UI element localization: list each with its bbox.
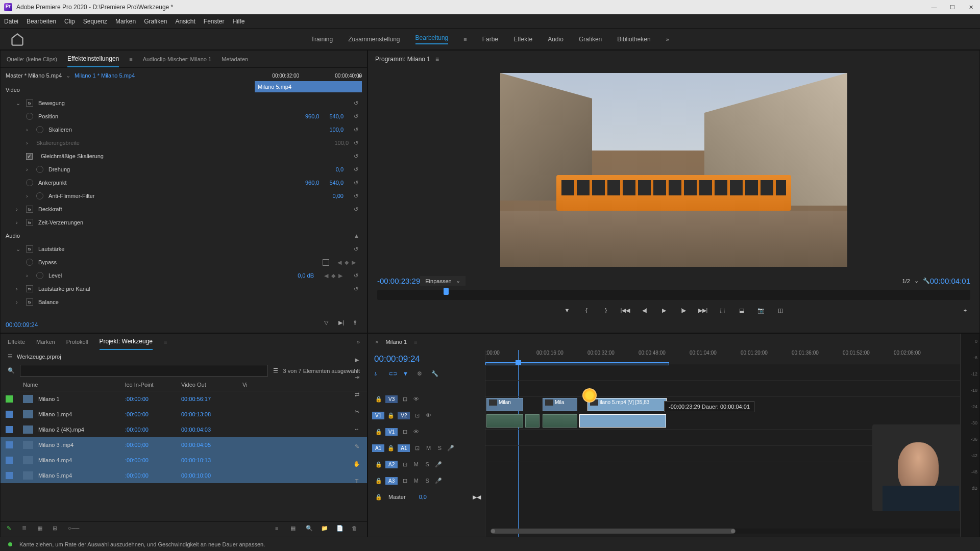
project-item[interactable]: Milano 1.mp4:00:00:0000:00:13:08 bbox=[1, 407, 367, 422]
reset-icon[interactable]: ↺ bbox=[354, 127, 362, 133]
stopwatch-icon[interactable] bbox=[36, 166, 43, 173]
slip-tool-icon[interactable]: ↔ bbox=[351, 423, 362, 435]
project-tree-icon[interactable]: ☰ bbox=[8, 353, 13, 360]
wrench-icon[interactable]: 🔧 bbox=[431, 370, 440, 380]
home-icon[interactable] bbox=[10, 32, 24, 46]
export-frame-icon[interactable]: 📷 bbox=[756, 305, 766, 315]
chevron-down-icon[interactable]: ⌄ bbox=[66, 72, 70, 79]
position-y[interactable]: 540,0 bbox=[329, 113, 344, 119]
icon-view-icon[interactable]: ▦ bbox=[37, 525, 46, 534]
ws-graphics[interactable]: Grafiken bbox=[579, 36, 602, 43]
antiflicker-value[interactable]: 0,00 bbox=[333, 193, 344, 199]
play-only-icon[interactable]: ▶| bbox=[338, 319, 348, 329]
maximize-button[interactable]: ☐ bbox=[947, 2, 958, 12]
play-icon[interactable]: ▶ bbox=[659, 305, 669, 315]
expand-icon[interactable]: ⌄ bbox=[16, 100, 21, 107]
minimize-button[interactable]: — bbox=[929, 2, 939, 12]
item-out[interactable]: 00:00:04:05 bbox=[181, 442, 242, 448]
col-name[interactable]: Name bbox=[23, 382, 125, 388]
list-view-icon[interactable]: ☰ bbox=[273, 367, 278, 374]
tab-audio-mixer[interactable]: Audioclip-Mischer: Milano 1 bbox=[143, 56, 212, 62]
zoom-dropdown[interactable]: 1/2 bbox=[902, 278, 910, 284]
go-to-out-icon[interactable]: ▶▶| bbox=[698, 305, 708, 315]
project-item[interactable]: Milano 2 (4K).mp4:00:00:0000:00:04:03 bbox=[1, 422, 367, 437]
reset-icon[interactable]: ↺ bbox=[354, 272, 362, 279]
reset-icon[interactable]: ↺ bbox=[354, 166, 362, 173]
menu-clip[interactable]: Clip bbox=[64, 18, 75, 25]
tab-marken[interactable]: Marken bbox=[36, 339, 55, 345]
add-keyframe-icon[interactable]: ◆ bbox=[345, 259, 350, 266]
wrench-icon[interactable]: 🔧 bbox=[923, 278, 930, 284]
video-clip[interactable]: Mila bbox=[543, 398, 577, 411]
razor-tool-icon[interactable]: ✂ bbox=[351, 406, 362, 417]
tab-protokoll[interactable]: Protokoll bbox=[66, 339, 88, 345]
ws-more-icon[interactable]: » bbox=[666, 36, 669, 42]
video-clip[interactable]: ilano 5.mp4 [V] [35,83 bbox=[587, 398, 667, 411]
reset-icon[interactable]: ↺ bbox=[354, 246, 362, 253]
audio-meter[interactable]: 0-6-12-18-24-30-36-42-48dB bbox=[960, 334, 979, 537]
ec-seq-crumb[interactable]: Milano 1 * Milano 5.mp4 bbox=[75, 72, 135, 79]
stopwatch-icon[interactable] bbox=[36, 272, 43, 279]
ws-menu-icon[interactable]: ≡ bbox=[463, 36, 467, 42]
bypass-checkbox[interactable] bbox=[323, 259, 329, 266]
stopwatch-icon[interactable] bbox=[26, 179, 33, 186]
step-back-icon[interactable]: ◀| bbox=[640, 305, 650, 315]
source-v1[interactable]: V1 bbox=[372, 412, 384, 419]
panel-menu-icon[interactable]: ≡ bbox=[129, 56, 132, 62]
add-marker-icon[interactable]: ▼ bbox=[562, 305, 572, 315]
label-color[interactable] bbox=[6, 426, 13, 433]
label-color[interactable] bbox=[6, 395, 13, 403]
toggle-output-icon[interactable]: 👁 bbox=[412, 429, 420, 435]
panel-menu-icon[interactable]: ≡ bbox=[164, 339, 167, 345]
scale-value[interactable]: 100,0 bbox=[329, 127, 344, 133]
track-a1[interactable]: A1 bbox=[398, 444, 410, 452]
chevron-down-icon[interactable]: ⌄ bbox=[914, 278, 919, 284]
sort-icon[interactable]: ≡ bbox=[275, 525, 284, 534]
item-in[interactable]: :00:00:00 bbox=[125, 472, 181, 479]
menu-fenster[interactable]: Fenster bbox=[204, 18, 225, 25]
master-play-icon[interactable]: ▶◀ bbox=[473, 494, 481, 500]
hand-tool-icon[interactable]: ✋ bbox=[351, 458, 362, 469]
list-view-icon[interactable]: ≣ bbox=[22, 525, 31, 534]
panel-menu-icon[interactable]: ≡ bbox=[435, 56, 439, 63]
video-clip[interactable]: Milan bbox=[486, 398, 523, 411]
settings-icon[interactable]: ⚙ bbox=[417, 370, 426, 380]
ec-timecode[interactable]: 00:00:09:24 bbox=[6, 321, 38, 329]
linked-selection-icon[interactable]: ⊂⊃ bbox=[388, 370, 398, 380]
extract-icon[interactable]: ⬓ bbox=[737, 305, 747, 315]
add-keyframe-icon[interactable]: ◆ bbox=[331, 272, 336, 279]
expand-icon[interactable]: › bbox=[26, 127, 31, 133]
next-keyframe-icon[interactable]: ▶ bbox=[352, 259, 357, 266]
close-seq-icon[interactable]: × bbox=[375, 339, 378, 345]
fx-badge[interactable]: fx bbox=[26, 298, 33, 306]
fit-dropdown[interactable]: Einpassen⌄ bbox=[420, 276, 465, 286]
pencil-icon[interactable]: ✎ bbox=[7, 525, 16, 534]
item-in[interactable]: :00:00:00 bbox=[125, 396, 181, 402]
lift-icon[interactable]: ⬚ bbox=[717, 305, 727, 315]
fx-badge[interactable]: fx bbox=[26, 99, 33, 107]
audio-clip[interactable] bbox=[486, 414, 523, 428]
project-item[interactable]: Milano 4.mp4:00:00:0000:00:10:13 bbox=[1, 453, 367, 468]
lane-v2[interactable] bbox=[485, 381, 979, 397]
sync-lock-icon[interactable]: ⊡ bbox=[401, 478, 409, 484]
reset-icon[interactable]: ↺ bbox=[354, 180, 362, 186]
reset-icon[interactable]: ↺ bbox=[354, 193, 362, 199]
expand-icon[interactable]: ⌄ bbox=[16, 246, 21, 253]
ws-editing[interactable]: Bearbeitung bbox=[415, 34, 449, 44]
solo-button[interactable]: S bbox=[435, 445, 444, 451]
reset-icon[interactable]: ↺ bbox=[354, 286, 362, 292]
ws-color[interactable]: Farbe bbox=[482, 36, 498, 43]
ec-clip-strip[interactable]: Milano 5.mp4 bbox=[255, 81, 362, 92]
expand-icon[interactable]: › bbox=[26, 193, 31, 199]
snap-icon[interactable]: ⫰ bbox=[374, 370, 383, 380]
ws-assembly[interactable]: Zusammenstellung bbox=[348, 36, 400, 43]
ws-libraries[interactable]: Bibliotheken bbox=[617, 36, 650, 43]
prev-keyframe-icon[interactable]: ◀ bbox=[324, 272, 329, 279]
stopwatch-icon[interactable] bbox=[36, 192, 43, 199]
col-vi[interactable]: Vi bbox=[242, 382, 273, 388]
track-v3[interactable]: V3 bbox=[385, 395, 398, 403]
label-color[interactable] bbox=[6, 411, 13, 418]
expand-icon[interactable]: › bbox=[26, 166, 31, 172]
fx-badge[interactable]: fx bbox=[26, 245, 33, 253]
item-in[interactable]: :00:00;00 bbox=[125, 442, 181, 448]
